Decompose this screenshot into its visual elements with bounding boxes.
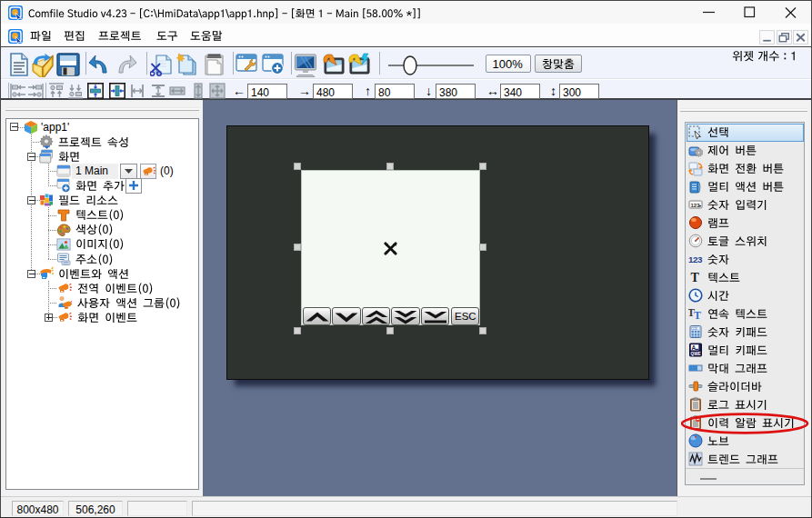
svg-text:A: A <box>691 344 696 351</box>
svg-text:123: 123 <box>691 203 701 208</box>
svg-text:QWE: QWE <box>691 352 701 356</box>
svg-text:123: 123 <box>688 254 703 264</box>
svg-text:123: 123 <box>692 327 697 331</box>
svg-text:T: T <box>691 271 700 284</box>
svg-text:T: T <box>694 309 701 321</box>
